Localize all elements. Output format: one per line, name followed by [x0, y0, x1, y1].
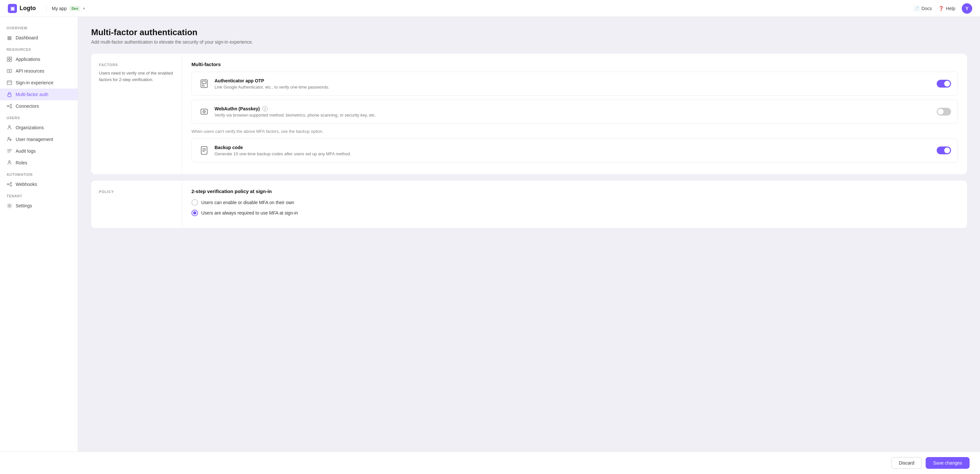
factor-item-webauthn: WebAuthn (Passkey) i Verify via browser-… [191, 100, 958, 124]
sidebar-item-mfa[interactable]: Multi-factor auth [0, 89, 78, 100]
roles-icon [6, 160, 13, 166]
backup-hint: When users can't verify the above MFA fa… [191, 129, 958, 134]
topnav-right: 📄 Docs ❓ Help Y [914, 3, 972, 14]
backup-text: Backup code Generate 10 one-time backup … [215, 145, 932, 156]
backup-icon [198, 145, 210, 156]
radio-label-always-required: Users are always required to use MFA at … [201, 210, 298, 216]
connectors-icon [6, 103, 13, 109]
sidebar-section-tenant: TENANT [0, 190, 78, 200]
app-selector[interactable]: My app Dev ▾ [52, 6, 85, 11]
user-management-icon [6, 137, 13, 142]
otp-text: Authenticator app OTP Link Google Authen… [215, 78, 932, 89]
help-label: Help [946, 6, 955, 11]
env-badge: Dev [69, 6, 80, 11]
page-subtitle: Add multi-factor authentication to eleva… [91, 40, 967, 45]
webauthn-icon [198, 106, 210, 118]
svg-point-13 [7, 184, 8, 185]
policy-content: 2-step verification policy at sign-in Us… [182, 181, 967, 228]
sidebar-item-label: Multi-factor auth [16, 92, 48, 97]
svg-rect-1 [10, 57, 12, 59]
webauthn-desc: Verify via browser-supported method: bio… [215, 113, 932, 118]
sidebar-item-webhooks[interactable]: Webhooks [0, 178, 78, 190]
radio-option-always-required[interactable]: Users are always required to use MFA at … [191, 210, 958, 216]
save-changes-button[interactable]: Save changes [926, 457, 970, 469]
webauthn-info-icon[interactable]: i [262, 106, 267, 111]
svg-point-9 [10, 107, 12, 108]
logo-icon: ▣ [8, 4, 17, 13]
svg-rect-6 [8, 94, 11, 97]
app-name: My app [52, 6, 67, 11]
docs-icon: 📄 [914, 6, 920, 11]
svg-point-12 [9, 161, 10, 162]
sidebar-item-label: Settings [16, 203, 32, 208]
radio-circle-always-required [191, 210, 198, 216]
main-content: Multi-factor authentication Add multi-fa… [78, 17, 980, 452]
sidebar-section-resources: RESOURCES [0, 44, 78, 53]
svg-rect-5 [7, 81, 12, 84]
sign-in-icon [6, 80, 13, 86]
sidebar-item-label: Webhooks [16, 182, 37, 187]
radio-circle-user-choice [191, 199, 198, 206]
docs-label: Docs [921, 6, 932, 11]
factors-content: Multi-factors Authenticator app OTP Link… [182, 54, 967, 174]
sidebar-item-roles[interactable]: Roles [0, 157, 78, 169]
sidebar-section-users: USERS [0, 112, 78, 122]
svg-point-11 [8, 137, 10, 139]
svg-point-14 [10, 182, 12, 184]
backup-desc: Generate 10 one-time backup codes after … [215, 151, 932, 156]
webhooks-icon [6, 181, 13, 187]
factors-section-desc: Users need to verify one of the enabled … [99, 70, 174, 83]
policy-section-col: POLICY [91, 181, 182, 228]
sidebar-item-label: Applications [16, 57, 40, 62]
sidebar-item-label: Connectors [16, 103, 39, 109]
policy-title: 2-step verification policy at sign-in [191, 188, 958, 194]
logo: ▣ Logto [8, 4, 36, 13]
sidebar-item-label: Dashboard [16, 35, 38, 40]
discard-button[interactable]: Discard [891, 457, 922, 469]
sidebar-item-dashboard[interactable]: ▦ Dashboard [0, 32, 78, 44]
backup-title: Backup code [215, 145, 932, 150]
bottom-bar: Discard Save changes [0, 452, 980, 474]
logo-text: Logto [19, 5, 36, 12]
svg-point-8 [10, 104, 12, 105]
factors-section-col: FACTORS Users need to verify one of the … [91, 54, 182, 174]
svg-point-15 [10, 185, 12, 186]
factor-item-backup: Backup code Generate 10 one-time backup … [191, 138, 958, 162]
sidebar-item-api-resources[interactable]: API resources [0, 65, 78, 77]
sidebar-item-label: Audit logs [16, 148, 35, 154]
radio-label-user-choice: Users can enable or disable MFA on their… [201, 200, 294, 205]
sidebar-item-sign-in-experience[interactable]: Sign-in experience [0, 77, 78, 89]
sidebar-item-audit-logs[interactable]: Audit logs [0, 145, 78, 157]
sidebar-section-overview: OVERVIEW [0, 22, 78, 32]
svg-point-21 [204, 111, 205, 112]
settings-icon [6, 203, 13, 209]
svg-rect-22 [201, 146, 207, 154]
help-link[interactable]: ❓ Help [938, 6, 955, 11]
organizations-icon [6, 125, 13, 130]
docs-link[interactable]: 📄 Docs [914, 6, 932, 11]
topnav: ▣ Logto My app Dev ▾ 📄 Docs ❓ Help Y [0, 0, 980, 17]
sidebar-item-organizations[interactable]: Organizations [0, 122, 78, 134]
sidebar-item-user-management[interactable]: User management [0, 134, 78, 145]
sidebar-item-applications[interactable]: Applications [0, 53, 78, 65]
sidebar: OVERVIEW ▦ Dashboard RESOURCES Applicati… [0, 17, 78, 452]
avatar[interactable]: Y [962, 3, 972, 14]
dashboard-icon: ▦ [6, 35, 13, 41]
webauthn-text: WebAuthn (Passkey) i Verify via browser-… [215, 106, 932, 118]
otp-icon [198, 78, 210, 89]
factors-section-label: FACTORS [99, 63, 174, 67]
chevron-down-icon[interactable]: ▾ [83, 6, 85, 11]
radio-option-user-choice[interactable]: Users can enable or disable MFA on their… [191, 199, 958, 206]
backup-toggle[interactable] [937, 146, 951, 154]
sidebar-section-automation: AUTOMATION [0, 169, 78, 178]
page-title: Multi-factor authentication [91, 27, 967, 37]
sidebar-item-label: Sign-in experience [16, 80, 53, 85]
svg-point-16 [9, 205, 10, 207]
sidebar-item-settings[interactable]: Settings [0, 200, 78, 212]
sidebar-item-connectors[interactable]: Connectors [0, 100, 78, 112]
svg-point-10 [9, 126, 10, 127]
otp-toggle[interactable] [937, 80, 951, 87]
webauthn-toggle[interactable] [937, 108, 951, 116]
factor-item-otp: Authenticator app OTP Link Google Authen… [191, 72, 958, 96]
svg-rect-0 [7, 57, 9, 59]
